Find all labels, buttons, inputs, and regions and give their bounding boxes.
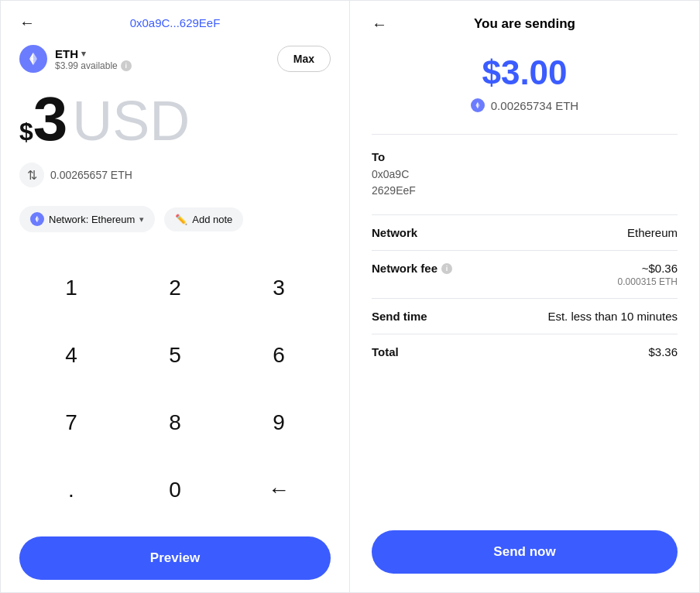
currency-chevron-icon: ▾: [81, 49, 86, 59]
left-panel: ← 0x0a9C...629EeF ETH: [0, 0, 350, 593]
currency-details: ETH ▾ $3.99 available i: [55, 47, 132, 71]
left-back-button[interactable]: ←: [19, 14, 35, 32]
numpad-6[interactable]: 6: [227, 321, 331, 389]
fee-info-icon[interactable]: i: [441, 263, 452, 274]
total-label: Total: [372, 345, 399, 358]
wallet-address: 0x0a9C...629EeF: [130, 16, 221, 29]
pencil-icon: ✏️: [175, 214, 187, 225]
add-note-label: Add note: [192, 214, 232, 225]
numpad-4[interactable]: 4: [19, 321, 123, 389]
send-time-row: Send time Est. less than 10 minutes: [372, 298, 678, 334]
network-chevron-icon: ▾: [139, 214, 144, 225]
network-row-value: Ethereum: [627, 226, 678, 239]
preview-button[interactable]: Preview: [19, 536, 331, 580]
network-selector[interactable]: Network: Ethereum ▾: [19, 206, 155, 232]
to-block: To 0x0a9C 2629EeF: [372, 150, 678, 199]
sending-amount: $3.00: [372, 53, 678, 92]
divider: [372, 134, 678, 135]
numpad-dot[interactable]: .: [19, 457, 123, 524]
numpad-8[interactable]: 8: [123, 389, 227, 457]
right-header: ← You are sending: [372, 16, 678, 32]
left-header: ← 0x0a9C...629EeF: [19, 16, 331, 29]
numpad-2[interactable]: 2: [123, 254, 227, 321]
to-label: To: [372, 150, 678, 163]
numpad-backspace[interactable]: ←: [227, 457, 331, 524]
eth-equivalent-text: 0.00265657 ETH: [50, 169, 132, 181]
right-title: You are sending: [372, 16, 678, 32]
numpad-5[interactable]: 5: [123, 321, 227, 389]
to-address: 0x0a9C 2629EeF: [372, 166, 678, 199]
sending-eth-row: 0.00265734 ETH: [372, 98, 678, 112]
options-row: Network: Ethereum ▾ ✏️ Add note: [19, 206, 331, 232]
detail-section: To 0x0a9C 2629EeF Network Ethereum Netwo…: [372, 150, 678, 530]
amount-display: $ 3 USD: [19, 88, 331, 150]
network-eth-icon: [30, 212, 44, 226]
currency-row: ETH ▾ $3.99 available i Max: [19, 45, 331, 73]
eth-equivalent: ⇅ 0.00265657 ETH: [19, 163, 331, 187]
network-label: Network: Ethereum: [49, 214, 135, 225]
numpad-0[interactable]: 0: [123, 457, 227, 524]
available-balance: $3.99 available i: [55, 60, 132, 71]
total-row: Total $3.36: [372, 334, 678, 369]
network-row-label: Network: [372, 226, 417, 239]
eth-logo-icon: [19, 45, 47, 73]
right-back-button[interactable]: ←: [372, 15, 387, 33]
network-fee-row: Network fee i ~$0.36 0.000315 ETH: [372, 250, 678, 298]
network-fee-eth: 0.000315 ETH: [618, 276, 678, 287]
to-address-line2: 2629EeF: [372, 184, 416, 197]
send-now-button[interactable]: Send now: [372, 530, 678, 574]
numpad-3[interactable]: 3: [227, 254, 331, 321]
dollar-sign: $: [19, 118, 33, 146]
currency-name[interactable]: ETH ▾: [55, 47, 132, 60]
currency-info: ETH ▾ $3.99 available i: [19, 45, 132, 73]
sending-eth-icon: [471, 98, 485, 112]
send-time-label: Send time: [372, 310, 427, 323]
swap-icon[interactable]: ⇅: [19, 163, 44, 187]
right-panel: ← You are sending $3.00 0.00265734 ETH: [350, 0, 700, 593]
max-button[interactable]: Max: [277, 46, 331, 72]
network-fee-label: Network fee i: [372, 262, 452, 275]
to-address-line1: 0x0a9C: [372, 168, 409, 180]
network-fee-value: ~$0.36 0.000315 ETH: [618, 262, 678, 287]
numpad-9[interactable]: 9: [227, 389, 331, 457]
numpad-1[interactable]: 1: [19, 254, 123, 321]
sending-eth-text: 0.00265734 ETH: [491, 99, 578, 112]
numpad: 1 2 3 4 5 6 7 8 9 . 0 ←: [19, 254, 331, 524]
network-row: Network Ethereum: [372, 214, 678, 250]
sending-usd: $3.00: [372, 53, 678, 92]
numpad-7[interactable]: 7: [19, 389, 123, 457]
send-time-value: Est. less than 10 minutes: [547, 310, 678, 323]
usd-label: USD: [72, 93, 190, 149]
amount-number: 3: [33, 88, 68, 150]
add-note-button[interactable]: ✏️ Add note: [164, 207, 243, 231]
info-icon[interactable]: i: [121, 60, 132, 71]
total-value: $3.36: [648, 345, 678, 358]
